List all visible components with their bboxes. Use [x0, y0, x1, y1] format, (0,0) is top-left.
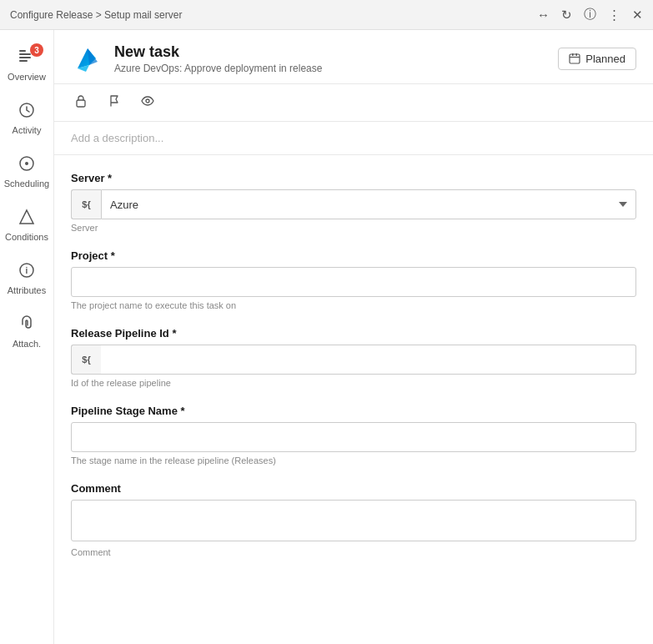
svg-rect-3 [19, 60, 28, 62]
sidebar-label-attributes: Attributes [8, 285, 46, 295]
sidebar-item-attributes[interactable]: i Attributes [0, 250, 53, 304]
server-label: Server * [71, 172, 636, 184]
sidebar-label-attachments: Attach. [13, 339, 41, 349]
svg-rect-10 [572, 53, 574, 56]
calendar-icon [569, 53, 580, 64]
svg-rect-12 [77, 100, 85, 107]
header: New task Azure DevOps: Approve deploymen… [54, 30, 653, 84]
svg-rect-9 [570, 54, 580, 63]
comment-field-group: Comment Comment [71, 482, 636, 557]
sidebar-item-conditions[interactable]: Conditions [0, 197, 53, 250]
scheduling-icon [15, 152, 38, 175]
sidebar-item-overview[interactable]: 3 Overview [0, 37, 53, 90]
release-pipeline-expr-button[interactable]: ${ [71, 345, 101, 375]
description-placeholder[interactable]: Add a description... [71, 132, 163, 144]
page-title: New task [114, 43, 322, 61]
project-input[interactable] [71, 267, 636, 297]
sidebar-item-activity[interactable]: Activity [0, 90, 53, 143]
comment-label: Comment [71, 482, 636, 495]
sidebar-label-activity: Activity [13, 125, 42, 135]
server-hint: Server [71, 223, 636, 233]
sidebar-item-attachments[interactable]: Attach. [0, 304, 53, 357]
page-subtitle: Azure DevOps: Approve deployment in rele… [114, 63, 322, 74]
overview-badge: 3 [30, 43, 43, 57]
activity-icon [15, 98, 38, 122]
project-hint: The project name to execute this task on [71, 300, 636, 310]
eye-icon[interactable] [138, 91, 158, 114]
top-bar-controls: ↔ ↻ ⓘ ⋮ ✕ [537, 7, 643, 23]
flag-icon[interactable] [104, 91, 124, 114]
svg-rect-1 [19, 53, 31, 55]
comment-hint: Comment [71, 547, 636, 557]
release-pipeline-id-label: Release Pipeline Id * [71, 327, 636, 340]
more-icon[interactable]: ⋮ [608, 8, 620, 23]
form-area: Server * ${ Azure GitHub Bitbucket Serve… [54, 155, 653, 644]
release-pipeline-id-hint: Id of the release pipeline [71, 378, 636, 388]
pipeline-stage-name-field-group: Pipeline Stage Name * The stage name in … [71, 405, 636, 465]
close-icon[interactable]: ✕ [632, 8, 643, 23]
comment-input[interactable] [71, 500, 636, 541]
server-select[interactable]: Azure GitHub Bitbucket [101, 189, 636, 219]
release-pipeline-id-row: ${ [71, 345, 636, 375]
top-bar: Configure Release > Setup mail server ↔ … [0, 0, 653, 30]
pipeline-stage-name-label: Pipeline Stage Name * [71, 405, 636, 417]
svg-rect-11 [576, 53, 578, 56]
azure-logo [71, 42, 104, 75]
server-field-group: Server * ${ Azure GitHub Bitbucket Serve… [71, 172, 636, 233]
server-expr-button[interactable]: ${ [71, 189, 101, 219]
release-pipeline-id-field-group: Release Pipeline Id * ${ Id of the relea… [71, 327, 636, 388]
project-label: Project * [71, 249, 636, 262]
svg-point-6 [25, 162, 28, 165]
pipeline-stage-name-input[interactable] [71, 422, 636, 452]
breadcrumb: Configure Release > Setup mail server [10, 9, 182, 21]
attributes-icon: i [15, 259, 38, 282]
svg-rect-2 [19, 57, 31, 58]
release-pipeline-id-input[interactable] [101, 345, 636, 375]
header-text: New task Azure DevOps: Approve deploymen… [114, 43, 322, 74]
server-row: ${ Azure GitHub Bitbucket [71, 189, 636, 219]
svg-text:i: i [26, 266, 28, 275]
refresh-icon[interactable]: ↻ [561, 8, 572, 23]
sidebar-label-overview: Overview [8, 72, 46, 82]
sidebar-label-conditions: Conditions [5, 232, 48, 242]
sidebar-label-scheduling: Scheduling [4, 179, 49, 189]
toolbar [54, 84, 653, 122]
content-area: New task Azure DevOps: Approve deploymen… [54, 30, 653, 644]
conditions-icon [15, 205, 38, 229]
project-field-group: Project * The project name to execute th… [71, 249, 636, 310]
description-area: Add a description... [54, 122, 653, 155]
svg-point-13 [146, 99, 149, 103]
sidebar-item-scheduling[interactable]: Scheduling [0, 143, 53, 197]
info-icon[interactable]: ⓘ [584, 7, 596, 23]
sidebar: 3 Overview Activity Scheduling [0, 30, 54, 644]
attachments-icon [15, 312, 38, 335]
status-badge[interactable]: Planned [558, 48, 636, 70]
expand-icon[interactable]: ↔ [537, 8, 550, 22]
status-label: Planned [585, 53, 625, 65]
svg-rect-0 [19, 50, 26, 52]
header-left: New task Azure DevOps: Approve deploymen… [71, 42, 322, 75]
pipeline-stage-name-hint: The stage name in the release pipeline (… [71, 455, 636, 465]
lock-icon[interactable] [71, 91, 91, 114]
